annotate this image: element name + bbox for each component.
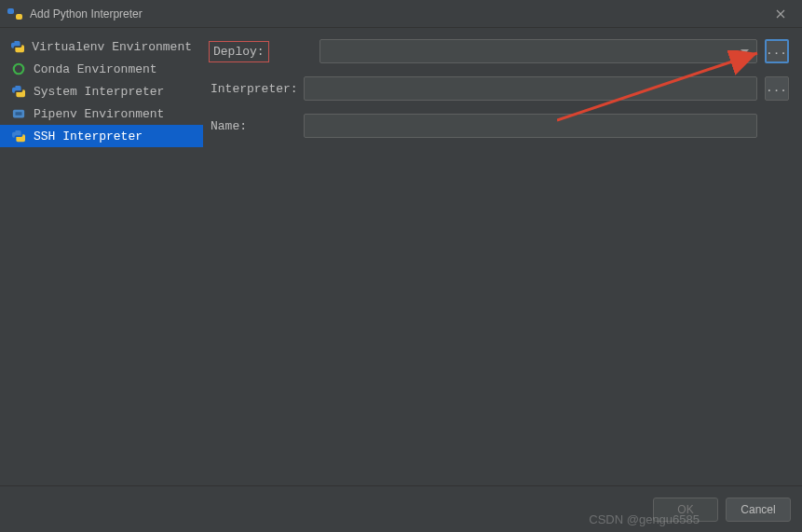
footer: OK Cancel: [0, 485, 802, 532]
sidebar-item-pipenv[interactable]: Pipenv Environment: [0, 102, 203, 125]
python-icon: [11, 84, 26, 99]
app-icon: [7, 7, 22, 21]
sidebar-item-system[interactable]: System Interpreter: [0, 80, 203, 102]
window-title: Add Python Interpreter: [30, 7, 767, 20]
titlebar: Add Python Interpreter: [0, 0, 802, 28]
conda-icon: [11, 61, 26, 76]
svg-rect-1: [16, 14, 22, 20]
interpreter-input[interactable]: [304, 76, 757, 101]
sidebar: Virtualenv Environment Conda Environment…: [0, 28, 203, 485]
main-area: Virtualenv Environment Conda Environment…: [0, 28, 802, 485]
deploy-browse-button[interactable]: ...: [765, 39, 789, 63]
sidebar-item-label: Conda Environment: [34, 62, 157, 76]
sidebar-item-ssh[interactable]: SSH Interpreter: [0, 125, 203, 147]
pipenv-icon: [11, 106, 26, 121]
deploy-label: Deploy:: [209, 41, 269, 62]
svg-point-2: [14, 64, 24, 75]
interpreter-label: Interpreter:: [209, 82, 294, 96]
cancel-button[interactable]: Cancel: [726, 498, 791, 522]
sidebar-item-label: SSH Interpreter: [34, 130, 143, 143]
close-icon[interactable]: [767, 0, 795, 28]
chevron-down-icon: [741, 45, 749, 59]
name-input[interactable]: [304, 114, 757, 138]
interpreter-browse-button[interactable]: ...: [765, 76, 789, 101]
ok-button[interactable]: OK: [653, 498, 718, 522]
sidebar-item-label: System Interpreter: [34, 85, 164, 99]
sidebar-item-virtualenv[interactable]: Virtualenv Environment: [0, 35, 203, 58]
python-icon: [11, 129, 26, 143]
svg-rect-4: [16, 112, 22, 116]
sidebar-item-conda[interactable]: Conda Environment: [0, 58, 203, 80]
form-area: Deploy: ... Interpreter: ... Na: [203, 28, 802, 485]
sidebar-item-label: Pipenv Environment: [34, 107, 164, 121]
sidebar-item-label: Virtualenv Environment: [32, 40, 192, 54]
python-icon: [11, 39, 24, 54]
svg-rect-0: [7, 8, 14, 14]
name-label: Name:: [209, 119, 294, 133]
deploy-dropdown[interactable]: [319, 39, 757, 63]
